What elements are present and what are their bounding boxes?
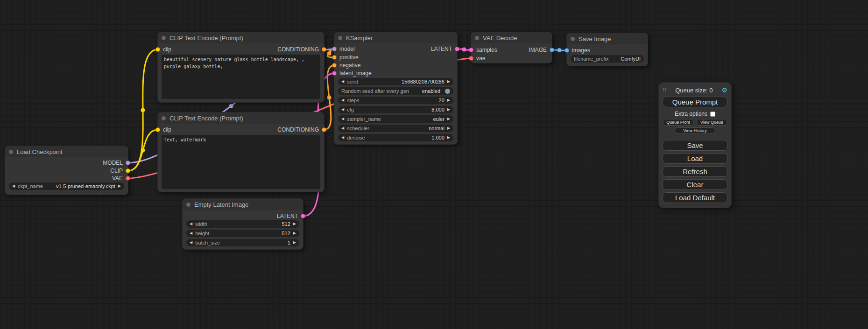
load-button[interactable]: Load xyxy=(663,153,727,164)
node-empty-latent-image[interactable]: Empty Latent Image LATENT ◀ width 512 ▶ … xyxy=(182,198,303,250)
latent-output-socket[interactable] xyxy=(455,47,459,51)
collapse-toggle-icon[interactable] xyxy=(571,37,575,41)
node-ksampler[interactable]: KSampler model positive negative latent_… xyxy=(334,32,458,145)
next-value-arrow-icon[interactable]: ▶ xyxy=(447,126,450,130)
samples-input-socket[interactable] xyxy=(469,48,473,52)
next-value-arrow-icon[interactable]: ▶ xyxy=(447,117,450,121)
clip-input-label: clip xyxy=(163,126,171,133)
prev-value-arrow-icon[interactable]: ◀ xyxy=(341,117,344,121)
node-title-label: Save Image xyxy=(579,35,611,42)
vae-input-socket[interactable] xyxy=(469,56,473,61)
decrement-arrow-icon[interactable]: ◀ xyxy=(341,98,344,102)
queue-prompt-button[interactable]: Queue Prompt xyxy=(663,97,727,107)
extra-options-checkbox[interactable] xyxy=(710,112,715,117)
seed-widget[interactable]: ◀ seed 156680208700286 ▶ xyxy=(338,78,453,85)
positive-prompt-textarea[interactable]: beautiful scenery nature glass bottle la… xyxy=(162,55,320,99)
node-title-bar[interactable]: CLIP Text Encode (Prompt) xyxy=(158,112,324,124)
settings-gear-icon[interactable]: ⚙ xyxy=(721,86,727,94)
collapse-toggle-icon[interactable] xyxy=(186,203,191,207)
node-clip-text-encode-positive[interactable]: CLIP Text Encode (Prompt) clip CONDITION… xyxy=(157,32,325,103)
node-vae-decode[interactable]: VAE Decode samples vae IMAGE xyxy=(471,32,552,63)
node-load-checkpoint[interactable]: Load Checkpoint MODEL CLIP VAE ◀ ckpt_na… xyxy=(5,146,128,195)
increment-arrow-icon[interactable]: ▶ xyxy=(447,98,450,102)
refresh-button[interactable]: Refresh xyxy=(663,166,727,177)
prev-value-arrow-icon[interactable]: ◀ xyxy=(12,184,15,188)
clip-output-socket[interactable] xyxy=(126,168,130,173)
decrement-arrow-icon[interactable]: ◀ xyxy=(341,108,344,112)
cfg-widget[interactable]: ◀ cfg 8.000 ▶ xyxy=(338,106,453,113)
scheduler-widget[interactable]: ◀ scheduler normal ▶ xyxy=(338,125,453,132)
decrement-arrow-icon[interactable]: ◀ xyxy=(341,80,344,84)
node-title-bar[interactable]: VAE Decode xyxy=(471,32,552,43)
queue-menu-panel[interactable]: ⠿ Queue size: 0 ⚙ Queue Prompt Extra opt… xyxy=(658,82,732,208)
model-input-socket[interactable] xyxy=(332,47,337,51)
history-row: View History xyxy=(663,127,727,134)
latent-image-input-socket[interactable] xyxy=(332,71,337,76)
view-history-button[interactable]: View History xyxy=(675,127,715,134)
sampler-name-widget[interactable]: ◀ sampler_name euler ▶ xyxy=(338,115,453,123)
denoise-widget[interactable]: ◀ denoise 1.000 ▶ xyxy=(338,134,453,141)
node-clip-text-encode-negative[interactable]: CLIP Text Encode (Prompt) clip CONDITION… xyxy=(157,112,325,192)
model-output-slot: MODEL xyxy=(103,159,130,167)
toggle-indicator-icon[interactable] xyxy=(445,89,450,94)
model-output-socket[interactable] xyxy=(126,161,130,165)
decrement-arrow-icon[interactable]: ◀ xyxy=(190,231,192,235)
vae-output-socket[interactable] xyxy=(126,176,130,181)
node-title-label: KSampler xyxy=(346,35,373,42)
increment-arrow-icon[interactable]: ▶ xyxy=(293,231,296,235)
drag-handle-icon[interactable]: ⠿ xyxy=(663,87,666,93)
negative-input-slot: negative xyxy=(332,62,360,69)
latent-output-socket[interactable] xyxy=(301,214,305,218)
filename-prefix-widget[interactable]: filename_prefix ComfyUI xyxy=(571,55,644,63)
clip-input-socket[interactable] xyxy=(155,47,160,52)
collapse-toggle-icon[interactable] xyxy=(162,36,166,40)
latent-output-label: LATENT xyxy=(277,213,298,219)
conditioning-output-socket[interactable] xyxy=(322,47,326,52)
images-input-socket[interactable] xyxy=(565,48,569,53)
node-title-bar[interactable]: CLIP Text Encode (Prompt) xyxy=(158,32,324,43)
increment-arrow-icon[interactable]: ▶ xyxy=(293,222,296,226)
negative-input-socket[interactable] xyxy=(332,63,337,68)
image-output-slot: IMAGE xyxy=(529,46,554,54)
view-queue-button[interactable]: View Queue xyxy=(696,119,727,126)
latent-output-slot: LATENT xyxy=(431,45,459,53)
decrement-arrow-icon[interactable]: ◀ xyxy=(190,222,192,226)
ckpt-name-widget[interactable]: ◀ ckpt_name v1-5-pruned-emaonly.ckpt ▶ xyxy=(9,182,124,190)
node-title-bar[interactable]: Load Checkpoint xyxy=(5,146,128,157)
increment-arrow-icon[interactable]: ▶ xyxy=(293,241,296,245)
queue-front-button[interactable]: Queue Front xyxy=(663,119,694,126)
decrement-arrow-icon[interactable]: ◀ xyxy=(341,136,344,140)
positive-input-socket[interactable] xyxy=(332,55,337,60)
collapse-toggle-icon[interactable] xyxy=(475,36,479,40)
collapse-toggle-icon[interactable] xyxy=(338,36,342,40)
next-value-arrow-icon[interactable]: ▶ xyxy=(118,184,121,188)
clip-input-socket[interactable] xyxy=(155,127,160,132)
collapse-toggle-icon[interactable] xyxy=(162,116,166,120)
decrement-arrow-icon[interactable]: ◀ xyxy=(190,241,192,245)
collapse-toggle-icon[interactable] xyxy=(9,150,13,154)
save-button[interactable]: Save xyxy=(663,140,727,151)
queue-menu-header: ⠿ Queue size: 0 ⚙ xyxy=(663,85,727,95)
increment-arrow-icon[interactable]: ▶ xyxy=(447,136,450,140)
width-widget[interactable]: ◀ width 512 ▶ xyxy=(186,220,299,228)
graph-canvas[interactable]: Load Checkpoint MODEL CLIP VAE ◀ ckpt_na… xyxy=(0,0,868,329)
clear-button[interactable]: Clear xyxy=(663,179,727,190)
conditioning-output-label: CONDITIONING xyxy=(277,126,319,133)
conditioning-output-slot: CONDITIONING xyxy=(277,126,326,133)
conditioning-output-socket[interactable] xyxy=(322,127,326,132)
node-title-bar[interactable]: Save Image xyxy=(567,33,648,44)
increment-arrow-icon[interactable]: ▶ xyxy=(447,80,450,84)
negative-prompt-textarea[interactable]: text, watermark xyxy=(162,135,320,189)
image-output-socket[interactable] xyxy=(550,48,554,52)
height-widget[interactable]: ◀ height 512 ▶ xyxy=(186,230,299,237)
load-default-button[interactable]: Load Default xyxy=(663,192,727,203)
node-title-label: Load Checkpoint xyxy=(17,148,63,155)
random-seed-toggle-widget[interactable]: Random seed after every gen enabled xyxy=(338,87,453,95)
node-title-bar[interactable]: Empty Latent Image xyxy=(183,199,303,210)
node-save-image[interactable]: Save Image images filename_prefix ComfyU… xyxy=(566,33,648,66)
increment-arrow-icon[interactable]: ▶ xyxy=(447,108,450,112)
node-title-bar[interactable]: KSampler xyxy=(334,32,457,43)
prev-value-arrow-icon[interactable]: ◀ xyxy=(341,126,344,130)
batch-size-widget[interactable]: ◀ batch_size 1 ▶ xyxy=(186,239,299,246)
steps-widget[interactable]: ◀ steps 20 ▶ xyxy=(338,97,453,104)
